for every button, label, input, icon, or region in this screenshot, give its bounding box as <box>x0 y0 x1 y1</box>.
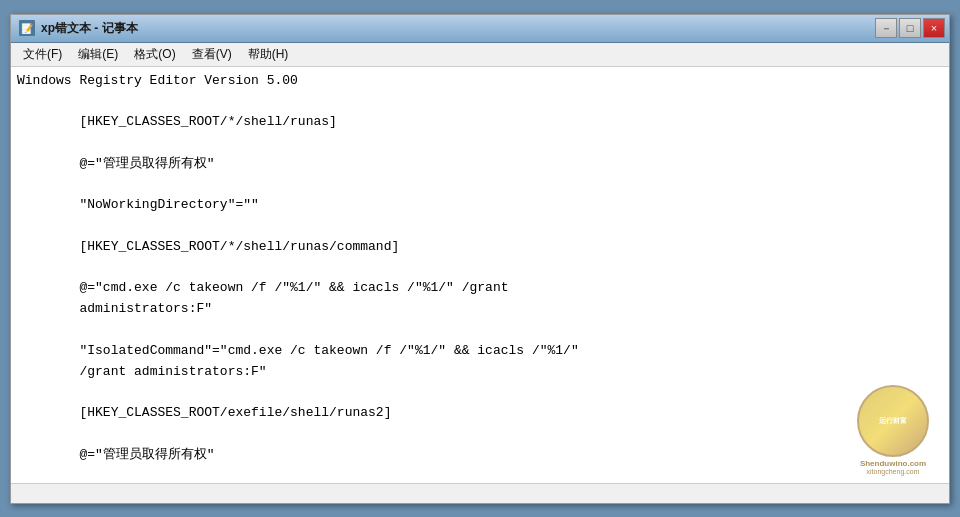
minimize-button[interactable]: － <box>875 18 897 38</box>
maximize-button[interactable]: □ <box>899 18 921 38</box>
status-bar <box>11 483 949 503</box>
notepad-window: 📝 xp错文本 - 记事本 － □ × 文件(F) 编辑(E) 格式(O) 查看… <box>10 14 950 504</box>
app-icon: 📝 <box>19 20 35 36</box>
text-content-area[interactable]: Windows Registry Editor Version 5.00 [HK… <box>11 67 949 483</box>
menu-file[interactable]: 文件(F) <box>15 44 70 65</box>
title-bar-left: 📝 xp错文本 - 记事本 <box>19 20 138 37</box>
window-controls: － □ × <box>875 18 945 38</box>
close-button[interactable]: × <box>923 18 945 38</box>
menu-help[interactable]: 帮助(H) <box>240 44 297 65</box>
title-bar: 📝 xp错文本 - 记事本 － □ × <box>11 15 949 43</box>
menu-view[interactable]: 查看(V) <box>184 44 240 65</box>
menu-edit[interactable]: 编辑(E) <box>70 44 126 65</box>
menu-bar: 文件(F) 编辑(E) 格式(O) 查看(V) 帮助(H) <box>11 43 949 67</box>
registry-text: Windows Registry Editor Version 5.00 [HK… <box>17 71 943 483</box>
window-title: xp错文本 - 记事本 <box>41 20 138 37</box>
menu-format[interactable]: 格式(O) <box>126 44 183 65</box>
